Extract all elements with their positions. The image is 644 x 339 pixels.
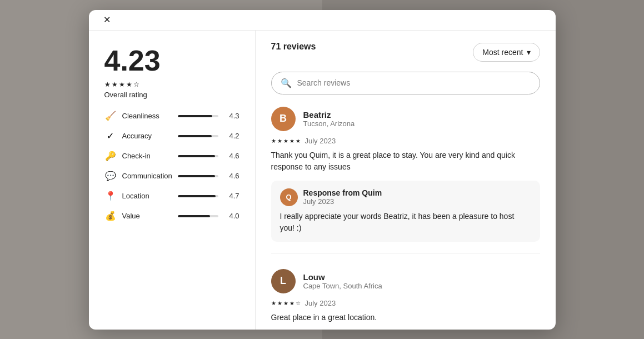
- review-star: ★: [296, 138, 301, 144]
- page-backdrop: ✕ 4.23 ★ ★ ★ ★ ☆ Overall rating: [0, 0, 644, 339]
- check-in-label: Check-in: [122, 152, 172, 160]
- communication-bar-fill: [178, 175, 215, 177]
- star-2: ★: [112, 81, 118, 88]
- location-label: Location: [122, 192, 172, 200]
- value-bar-container: [178, 215, 218, 217]
- star-3: ★: [119, 81, 125, 88]
- response-text: I really appreciate your words Beatriz, …: [280, 211, 531, 234]
- rating-row-communication: 💬 Communication 4.6: [104, 170, 239, 182]
- reviewer-header: L Louw Cape Town, South Africa: [271, 269, 540, 293]
- accuracy-label: Accuracy: [122, 132, 172, 140]
- review-star: ★: [277, 300, 282, 306]
- rating-row-cleanliness: 🧹 Cleanliness 4.3: [104, 110, 239, 122]
- cleanliness-bar-container: [178, 115, 218, 117]
- close-icon: ✕: [103, 14, 111, 25]
- review-text: Thank you Quim, it is a great place to s…: [271, 149, 540, 173]
- chevron-down-icon: ▾: [527, 48, 531, 57]
- reviewer-header: B Beatriz Tucson, Arizona: [271, 107, 540, 131]
- modal-body: 4.23 ★ ★ ★ ★ ☆ Overall rating 🧹 Cleanlin…: [89, 31, 556, 330]
- review-star: ★: [289, 300, 294, 306]
- accuracy-bar-fill: [178, 135, 212, 137]
- check-in-bar-fill: [178, 155, 215, 157]
- reviewer-avatar: B: [271, 107, 296, 131]
- modal-overlay: ✕ 4.23 ★ ★ ★ ★ ☆ Overall rating: [0, 0, 644, 339]
- review-stars: ★★★★☆: [271, 300, 301, 306]
- response-meta: Response from Quim July 2023: [303, 188, 382, 206]
- reviewer-location: Tucson, Arizona: [303, 119, 355, 128]
- star-5: ☆: [133, 81, 139, 88]
- cleanliness-icon: 🧹: [104, 110, 117, 122]
- reviewer-avatar: L: [271, 269, 296, 293]
- review-divider: [271, 253, 540, 253]
- sort-label: Most recent: [482, 48, 523, 57]
- rating-row-accuracy: ✓ Accuracy 4.2: [104, 130, 239, 142]
- star-4: ★: [126, 81, 132, 88]
- reviewer-info: Louw Cape Town, South Africa: [303, 272, 382, 290]
- cleanliness-label: Cleanliness: [122, 112, 172, 120]
- reviews-list: B Beatriz Tucson, Arizona ★★★★★ July 202…: [271, 107, 540, 330]
- value-icon: 💰: [104, 210, 117, 222]
- review-star: ★: [277, 138, 282, 144]
- overall-rating-number: 4.23: [104, 46, 161, 75]
- sort-dropdown[interactable]: Most recent ▾: [473, 43, 540, 62]
- communication-icon: 💬: [104, 170, 117, 182]
- review-star: ★: [289, 138, 294, 144]
- search-input[interactable]: [297, 78, 531, 87]
- cleanliness-score: 4.3: [224, 112, 239, 120]
- rating-row-value: 💰 Value 4.0: [104, 210, 239, 222]
- review-star: ★: [283, 138, 288, 144]
- review-card-louw: L Louw Cape Town, South Africa ★★★★☆ Jul…: [271, 269, 540, 330]
- accuracy-icon: ✓: [104, 130, 117, 142]
- reviewer-name: Beatriz: [303, 110, 355, 119]
- review-meta: ★★★★★ July 2023: [271, 137, 540, 145]
- response-block-beatriz: Q Response from Quim July 2023 I really …: [271, 181, 540, 242]
- review-star: ★: [283, 300, 288, 306]
- response-header: Q Response from Quim July 2023: [280, 188, 531, 206]
- rating-row-check-in: 🔑 Check-in 4.6: [104, 150, 239, 162]
- review-star: ★: [271, 300, 276, 306]
- check-in-bar-container: [178, 155, 218, 157]
- reviews-panel[interactable]: 71 reviews Most recent ▾ 🔍 B: [256, 31, 556, 330]
- reviewer-name: Louw: [303, 272, 382, 282]
- reviews-modal: ✕ 4.23 ★ ★ ★ ★ ☆ Overall rating: [89, 10, 556, 330]
- location-score: 4.7: [224, 192, 239, 200]
- review-star: ☆: [296, 300, 301, 306]
- search-icon: 🔍: [281, 78, 292, 88]
- reviewer-location: Cape Town, South Africa: [303, 282, 382, 290]
- review-stars: ★★★★★: [271, 138, 301, 144]
- rating-row-location: 📍 Location 4.7: [104, 190, 239, 202]
- response-author-name: Response from Quim: [303, 188, 382, 197]
- value-bar-fill: [178, 215, 210, 217]
- review-date: July 2023: [305, 137, 336, 145]
- response-date: July 2023: [303, 197, 382, 206]
- review-card-beatriz: B Beatriz Tucson, Arizona ★★★★★ July 202…: [271, 107, 540, 253]
- accuracy-score: 4.2: [224, 132, 239, 140]
- rating-bars: 🧹 Cleanliness 4.3 ✓ Accuracy 4.2 🔑 Check…: [104, 110, 239, 222]
- close-button[interactable]: ✕: [99, 12, 116, 28]
- location-icon: 📍: [104, 190, 117, 202]
- value-score: 4.0: [224, 212, 239, 220]
- communication-bar-container: [178, 175, 218, 177]
- search-box: 🔍: [271, 72, 540, 94]
- review-meta: ★★★★☆ July 2023: [271, 299, 540, 307]
- modal-header: ✕: [89, 10, 556, 31]
- value-label: Value: [122, 212, 172, 220]
- accuracy-bar-container: [178, 135, 218, 137]
- review-text: Great place in a great location.: [271, 312, 540, 323]
- reviews-count-header: 71 reviews: [271, 42, 316, 52]
- location-bar-container: [178, 195, 218, 197]
- communication-score: 4.6: [224, 172, 239, 180]
- overall-label: Overall rating: [104, 91, 239, 99]
- big-rating: 4.23: [104, 46, 239, 75]
- star-1: ★: [104, 81, 111, 88]
- review-date: July 2023: [305, 299, 336, 307]
- location-bar-fill: [178, 195, 216, 197]
- cleanliness-bar-fill: [178, 115, 213, 117]
- reviewer-info: Beatriz Tucson, Arizona: [303, 110, 355, 128]
- communication-label: Communication: [122, 172, 172, 180]
- check-in-icon: 🔑: [104, 150, 117, 162]
- rating-panel: 4.23 ★ ★ ★ ★ ☆ Overall rating 🧹 Cleanlin…: [89, 31, 256, 330]
- response-avatar: Q: [280, 188, 298, 206]
- review-star: ★: [271, 138, 276, 144]
- check-in-score: 4.6: [224, 152, 239, 160]
